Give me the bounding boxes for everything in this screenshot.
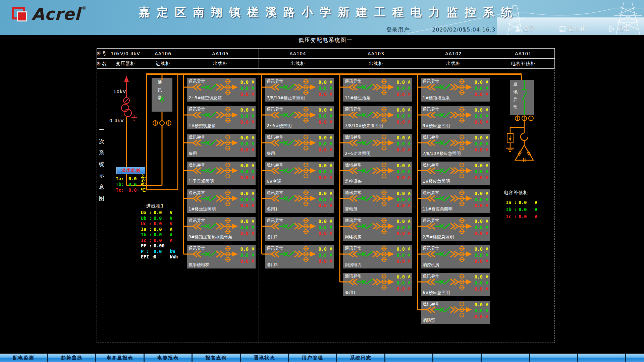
feeder-panel[interactable]: 通讯异常 0.0A0.0A0.0A7/8/10#楼正常照明 — [265, 78, 334, 102]
comm-char: 常 — [158, 96, 162, 100]
feeder-name-label: 1#楼顶增压泵 — [423, 95, 450, 101]
feeder-panel[interactable]: 通讯异常 0.0A0.0A0.0A7/8/10#楼走道照明 — [343, 106, 412, 129]
phase-current-unit: A — [486, 113, 488, 118]
feeder-panel[interactable]: 通讯异常 0.0A0.0A0.0A备用3 — [265, 245, 334, 268]
feeder-panel[interactable]: 通讯异常 0.0A0.0A0.0A6#空调 — [265, 162, 334, 185]
nav-button[interactable]: 用户管理 — [289, 354, 337, 362]
cabinet-id-cell: AA101 — [492, 48, 555, 59]
metric-label: P : — [141, 249, 149, 254]
exit-icon — [609, 26, 615, 32]
feeder-panel[interactable]: 通讯异常 0.0A0.0A0.0A2/5#楼应急照明 — [421, 217, 490, 241]
feeder-panel[interactable]: 通讯异常 0.0A0.0A0.0A1#楼应急照明 — [421, 162, 490, 185]
nav-button-empty[interactable] — [626, 354, 644, 362]
side-caption-char: 次 — [99, 138, 104, 145]
phase-current-unit: A — [486, 203, 488, 208]
phase-current-value: 0.0 — [471, 113, 483, 119]
phase-current-unit: A — [486, 147, 488, 152]
feeder-panel[interactable]: 通讯异常 0.0A0.0A0.0A11#楼生活泵 — [343, 78, 412, 102]
nav-button[interactable]: 电能报表 — [145, 354, 193, 362]
phase-current-unit: A — [486, 119, 488, 124]
feeder-panel[interactable]: 通讯异常 0.0A0.0A0.0A1#楼顶增压泵 — [421, 78, 490, 102]
exit-button[interactable]: 退出 — [609, 25, 630, 33]
metric-unit: V — [170, 216, 172, 221]
acrel-logo: Acrel ® — [12, 6, 87, 22]
nav-button[interactable]: 通讯状态 — [241, 354, 289, 362]
current-date: 2020/02/05 — [432, 26, 466, 33]
phase-current-unit: A — [252, 203, 254, 208]
feeder-panel[interactable]: 通讯异常 0.0A0.0A0.0A7/8/10#楼应急照明 — [421, 134, 490, 157]
feeder-panel[interactable]: 通讯异常 0.0A0.0A0.0A9#楼应急照明 — [421, 106, 490, 129]
phase-current-value: 0.0 — [471, 197, 483, 202]
phase-current-value: 0.0 — [237, 135, 249, 140]
phase-current-unit: A — [408, 141, 411, 146]
phase-current-value: 0.0 — [315, 92, 327, 97]
feeder-panel[interactable]: 通讯异常 0.0A0.0A0.0A备用1 — [265, 189, 334, 213]
phase-current-unit: A — [330, 79, 332, 84]
cabinet-id-cell: 柜号 — [97, 48, 107, 59]
temperature-monitor-button[interactable]: 温度监测 — [116, 167, 145, 174]
feeder-panel[interactable]: 通讯异常 0.0A0.0A0.0A9#楼顶屋顶热水循环泵 — [187, 217, 256, 241]
incoming-comm-box[interactable] — [152, 78, 172, 112]
feeder-panel[interactable]: 通讯异常 0.0A0.0A0.0A备用2 — [265, 217, 334, 241]
feeder-panel[interactable]: 通讯异常 0.0A0.0A0.0A网络机房 — [343, 217, 412, 241]
cabinet-name-cell: 变压器柜 — [107, 58, 144, 69]
phase-current-unit: A — [252, 163, 254, 168]
feeder-panel[interactable]: 通讯异常 0.0A0.0A0.0A消防泵 — [421, 301, 490, 324]
feeder-panel[interactable]: 通讯异常 0.0A0.0A0.0A消控机房 — [421, 245, 490, 268]
feeder-panel[interactable]: 通讯异常 0.0A0.0A0.0A2~5#楼空调总箱 — [187, 78, 256, 102]
side-caption: 一次系统示意图 — [97, 127, 107, 202]
scada-application: Acrel ® 嘉定区南翔镇槎溪路小学新建工程电力监控系统 登录用户: 2020… — [0, 0, 644, 362]
metric-row: Ta: 0.0 ℃ — [116, 176, 132, 181]
nav-button-empty[interactable] — [530, 354, 578, 362]
phase-current-value: 0.0 — [393, 169, 405, 174]
nav-button[interactable]: 系统日志 — [337, 354, 385, 362]
metric-label: EPI : — [141, 254, 155, 259]
nav-button-empty[interactable] — [482, 354, 530, 362]
feeder-panel[interactable]: 通讯异常 0.0A0.0A0.0A2~5#楼照明 — [265, 106, 334, 129]
phase-current-unit: A — [486, 107, 488, 112]
phase-current-value: 0.0 — [393, 175, 405, 180]
metric-row: Tc: 0.0 ℃ — [116, 187, 132, 193]
feeder-panel[interactable]: 通讯异常 0.0A0.0A0.0A备用1 — [343, 273, 412, 296]
minimize-button[interactable]: 最小化 — [559, 25, 586, 33]
phase-current-unit: A — [330, 203, 332, 208]
phase-current-unit: A — [330, 175, 332, 180]
feeder-panel[interactable]: 通讯异常 0.0A0.0A0.0A厨房电力 — [343, 245, 412, 268]
phase-current-unit: A — [330, 225, 332, 230]
metric-unit: V — [170, 221, 172, 226]
phase-current-value: 0.0 — [315, 219, 327, 224]
phase-current-unit: A — [330, 219, 332, 224]
feeder-panel[interactable]: 通讯异常 0.0A0.0A0.0A变电所 — [343, 189, 412, 213]
feeder-panel[interactable]: 通讯异常 0.0A0.0A0.0A6#楼应急照明 — [421, 273, 490, 296]
nav-button[interactable]: 报警查询 — [193, 354, 241, 362]
nav-button-empty[interactable] — [385, 354, 434, 362]
feeder-panel[interactable]: 通讯异常 0.0A0.0A0.0A教学楼电梯 — [187, 245, 256, 268]
nav-button-empty[interactable] — [433, 354, 482, 362]
phase-current-unit: A — [486, 169, 488, 174]
nav-button[interactable]: 配电监测 — [0, 354, 48, 362]
nav-button[interactable]: 趋势曲线 — [48, 354, 97, 362]
phase-current-unit: A — [252, 141, 254, 146]
feeder-panel[interactable]: 通讯异常 0.0A0.0A0.0A1#楼照明总箱 — [187, 106, 256, 129]
nav-button-empty[interactable] — [578, 354, 626, 362]
phase-current-unit: A — [486, 79, 488, 84]
phase-current-unit: A — [408, 85, 411, 90]
feeder-panel[interactable]: 通讯异常 0.0A0.0A0.0A备用 — [265, 134, 334, 157]
nav-button[interactable]: 电参量报表 — [96, 354, 145, 362]
phase-current-value: 0.0 — [315, 246, 327, 252]
cabinet-name-cell: 出线柜 — [259, 58, 337, 69]
feeder-panel[interactable]: 通讯异常 0.0A0.0A0.0A门卫景观照明 — [187, 162, 256, 185]
phase-current-value: 0.0 — [393, 246, 405, 252]
metric-value: 0.00 — [154, 243, 165, 248]
comm-char: 通 — [513, 82, 518, 86]
metric-value: 0 — [154, 254, 156, 259]
login-button[interactable]: 登录 — [515, 25, 535, 33]
phase-current-value: 0.0 — [315, 252, 327, 258]
feeder-panel[interactable]: 通讯异常 0.0A0.0A0.0A备用 — [187, 134, 256, 157]
phase-current-unit: A — [408, 252, 411, 257]
feeder-panel[interactable]: 通讯异常 0.0A0.0A0.0A11#楼应急照明 — [421, 189, 490, 213]
phase-current-unit: A — [408, 258, 411, 263]
feeder-panel[interactable]: 通讯异常 0.0A0.0A0.0A2~5走道照明 — [343, 134, 412, 157]
feeder-panel[interactable]: 通讯异常 0.0A0.0A0.0A监控设备 — [343, 162, 412, 185]
feeder-panel[interactable]: 通讯异常 0.0A0.0A0.0A1#楼走道照明 — [187, 189, 256, 213]
